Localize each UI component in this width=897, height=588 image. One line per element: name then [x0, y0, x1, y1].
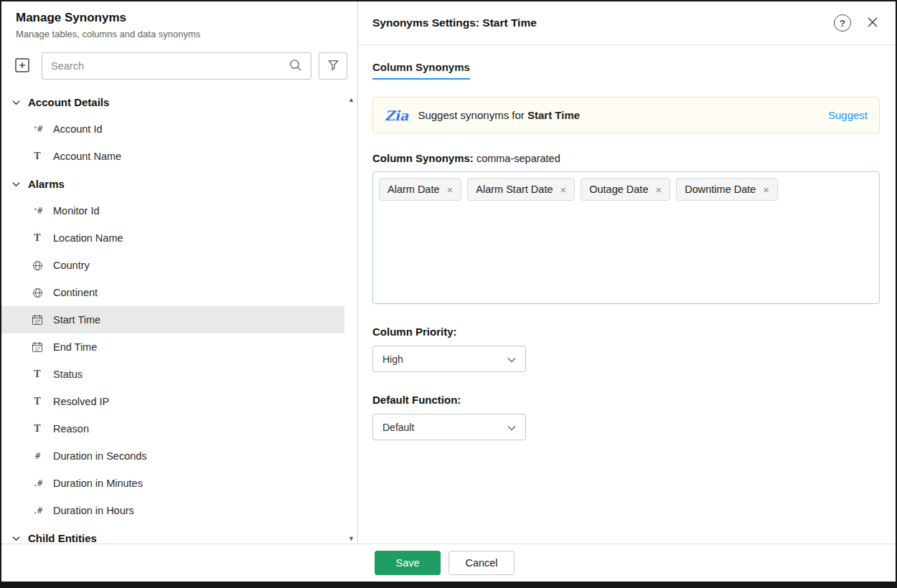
- text-icon: T: [30, 423, 44, 435]
- filter-button[interactable]: [319, 52, 347, 80]
- tree-item-label: Account Name: [53, 151, 121, 162]
- group-label: Account Details: [28, 96, 109, 108]
- tree-item-label: Location Name: [53, 232, 123, 244]
- search-row: [10, 52, 347, 80]
- priority-select[interactable]: High: [372, 346, 526, 372]
- text-icon: T: [30, 369, 44, 380]
- chevron-down-icon: [12, 177, 20, 190]
- globe-icon: [30, 288, 44, 298]
- tree-item-resolved-ip[interactable]: TResolved IP: [1, 388, 344, 415]
- text-icon: T: [30, 232, 44, 244]
- svg-text:17: 17: [34, 319, 40, 324]
- search-icon: [288, 58, 302, 75]
- help-button[interactable]: ?: [834, 14, 851, 32]
- tree-item-label: Resolved IP: [53, 396, 109, 407]
- column-tree: Account Details⁺#Account IdTAccount Name…: [1, 88, 357, 551]
- date-icon: 17: [30, 341, 44, 353]
- close-icon: [865, 15, 880, 32]
- function-select[interactable]: Default: [372, 414, 526, 440]
- chip-label: Downtime Date: [685, 184, 756, 195]
- cancel-button[interactable]: Cancel: [448, 551, 515, 575]
- question-icon: ?: [840, 18, 845, 29]
- close-button[interactable]: [865, 15, 880, 32]
- tree-item-location-name[interactable]: TLocation Name: [1, 224, 344, 252]
- tree-item-status[interactable]: TStatus: [1, 361, 344, 388]
- synonyms-hint: comma-separated: [474, 153, 560, 164]
- banner-target-column: Start Time: [527, 109, 580, 121]
- add-icon: [14, 57, 31, 76]
- tree-item-label: Start Time: [53, 314, 100, 326]
- date-icon: 17: [30, 314, 44, 326]
- tree-item-start-time[interactable]: 17Start Time: [1, 306, 344, 333]
- window-bottom-edge: [1, 582, 896, 587]
- text-icon: T: [30, 151, 44, 162]
- tree-item-duration-in-minutes[interactable]: .#Duration in Minutes: [1, 470, 344, 497]
- settings-header: Synonyms Settings: Start Time ?: [358, 1, 896, 45]
- tree-item-reason[interactable]: TReason: [1, 415, 344, 442]
- tree-group-alarms[interactable]: Alarms: [1, 170, 344, 197]
- zia-icon: Zia: [385, 108, 408, 123]
- add-button[interactable]: [10, 53, 34, 79]
- scrollbar[interactable]: ▲ ▼: [346, 95, 357, 544]
- tree-item-label: Duration in Hours: [53, 505, 134, 516]
- page-title: Manage Synonyms: [16, 11, 343, 25]
- zia-suggest-banner: Zia Suggest synonyms for Start Time Sugg…: [372, 97, 880, 133]
- tree-item-label: Continent: [53, 287, 98, 298]
- synonyms-input-area[interactable]: Alarm Date×Alarm Start Date×Outage Date×…: [372, 171, 880, 304]
- save-button[interactable]: Save: [375, 551, 441, 575]
- tree-item-label: Account Id: [53, 123, 103, 135]
- synonym-chip: Downtime Date×: [676, 178, 778, 201]
- scroll-down-icon[interactable]: ▼: [348, 535, 354, 542]
- svg-text:17: 17: [34, 346, 40, 351]
- autonumber-icon: ⁺#: [30, 124, 44, 134]
- suggest-link[interactable]: Suggest: [828, 109, 868, 121]
- chevron-down-icon: [12, 531, 20, 544]
- tree-item-account-name[interactable]: TAccount Name: [1, 143, 344, 170]
- synonym-chip: Alarm Start Date×: [467, 178, 575, 201]
- group-label: Child Entities: [28, 532, 97, 544]
- chip-label: Outage Date: [589, 184, 648, 195]
- settings-body: Column Synonyms Zia Suggest synonyms for…: [358, 45, 896, 587]
- tree-item-duration-in-seconds[interactable]: #Duration in Seconds: [1, 442, 344, 470]
- manage-synonyms-window: Manage Synonyms Manage tables, columns a…: [1, 1, 896, 587]
- search-box: [42, 52, 311, 80]
- search-input[interactable]: [51, 60, 288, 72]
- chevron-down-icon: [507, 353, 516, 366]
- filter-funnel-icon: [327, 58, 340, 74]
- priority-value: High: [382, 354, 403, 365]
- right-panel: Synonyms Settings: Start Time ? Column S…: [358, 1, 896, 587]
- decimal-icon: .#: [30, 506, 44, 516]
- synonyms-label-row: Column Synonyms: comma-separated: [372, 152, 880, 164]
- tree-item-duration-in-hours[interactable]: .#Duration in Hours: [1, 497, 344, 524]
- tree-item-country[interactable]: Country: [1, 252, 344, 279]
- priority-label: Column Priority:: [372, 326, 880, 338]
- text-icon: T: [30, 396, 44, 407]
- left-header: Manage Synonyms Manage tables, columns a…: [1, 1, 357, 42]
- group-label: Alarms: [28, 178, 65, 190]
- chevron-down-icon: [507, 421, 516, 434]
- tree-item-account-id[interactable]: ⁺#Account Id: [1, 115, 344, 143]
- left-panel: Manage Synonyms Manage tables, columns a…: [1, 1, 358, 587]
- chip-label: Alarm Start Date: [476, 184, 553, 195]
- chip-remove-icon[interactable]: ×: [655, 184, 662, 195]
- tree-item-label: End Time: [53, 341, 97, 353]
- scroll-up-icon[interactable]: ▲: [348, 96, 354, 103]
- page-subtitle: Manage tables, columns and data synonyms: [16, 29, 343, 39]
- chevron-down-icon: [12, 95, 20, 108]
- decimal-icon: .#: [30, 478, 44, 488]
- chip-remove-icon[interactable]: ×: [447, 184, 454, 195]
- function-value: Default: [382, 422, 414, 433]
- synonyms-label: Column Synonyms:: [372, 152, 474, 164]
- tree-item-label: Country: [53, 260, 90, 271]
- tree-item-end-time[interactable]: 17End Time: [1, 333, 344, 361]
- chip-remove-icon[interactable]: ×: [763, 184, 769, 195]
- tab-column-synonyms[interactable]: Column Synonyms: [372, 61, 470, 80]
- tree-item-monitor-id[interactable]: ⁺#Monitor Id: [1, 197, 344, 224]
- synonym-chip: Alarm Date×: [379, 178, 461, 201]
- tree-item-continent[interactable]: Continent: [1, 279, 344, 306]
- tree-group-account-details[interactable]: Account Details: [1, 88, 344, 115]
- tree-item-label: Monitor Id: [53, 205, 99, 217]
- chip-label: Alarm Date: [388, 184, 440, 195]
- function-label: Default Function:: [372, 394, 880, 406]
- chip-remove-icon[interactable]: ×: [560, 184, 566, 195]
